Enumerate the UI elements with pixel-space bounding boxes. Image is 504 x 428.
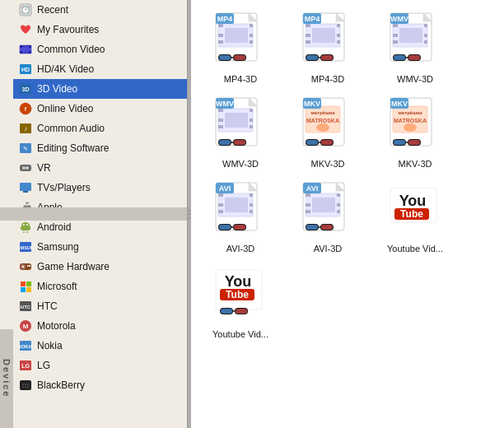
file-item-avi-3d-2[interactable]: AVI AVI-3D — [287, 178, 369, 258]
svg-text:WMV: WMV — [390, 15, 408, 23]
svg-rect-5 — [20, 51, 22, 54]
svg-rect-62 — [218, 34, 223, 37]
svg-rect-64 — [250, 24, 253, 27]
file-label-wmv-3d: WMV-3D — [397, 74, 433, 85]
svg-rect-83 — [337, 40, 340, 44]
file-item-mkv-3d-2[interactable]: матрёшка MATROSKA MKV MKV-3D — [374, 93, 456, 173]
nokia-icon: NOKIA — [18, 338, 33, 353]
svg-text:🕐: 🕐 — [21, 6, 30, 14]
file-item-wmv-3d[interactable]: WMV WMV-3D — [374, 8, 456, 88]
sidebar-item-lg[interactable]: LGLG — [13, 356, 187, 375]
sidebar-item-common-audio[interactable]: ♪Common Audio — [13, 119, 187, 138]
svg-rect-153 — [218, 193, 223, 197]
svg-rect-158 — [250, 210, 253, 213]
svg-rect-118 — [225, 113, 248, 128]
file-item-mkv-3d-1[interactable]: матрёшка MATROSKA MKV MKV-3D — [287, 93, 369, 173]
svg-text:WMV: WMV — [216, 100, 234, 108]
svg-rect-156 — [250, 193, 253, 197]
svg-rect-175 — [337, 210, 340, 213]
file-item-mp4-3d-2[interactable]: MP4 MP4-3D — [287, 8, 369, 88]
svg-text:♪: ♪ — [24, 125, 27, 133]
svg-rect-6 — [29, 45, 31, 48]
svg-point-37 — [27, 265, 29, 267]
svg-rect-108 — [408, 55, 420, 60]
svg-rect-176 — [312, 198, 335, 212]
svg-text:HD: HD — [21, 67, 30, 72]
sidebar-item-motorola[interactable]: MMotorola — [13, 316, 187, 336]
file-label-wmv-3d-2: WMV-3D — [222, 159, 259, 170]
file-icon-mkv-3d-1: матрёшка MATROSKA MKV — [298, 96, 357, 156]
svg-rect-112 — [218, 109, 223, 112]
svg-rect-73 — [219, 55, 231, 60]
svg-text:You: You — [399, 193, 427, 209]
svg-rect-159 — [225, 198, 248, 212]
svg-rect-42 — [26, 287, 31, 292]
sidebar-item-label: Samsung — [37, 241, 79, 253]
sidebar-item-3d-video[interactable]: 3D3D Video — [13, 79, 187, 99]
svg-text:M: M — [23, 323, 29, 330]
svg-text:MATROSKA: MATROSKA — [306, 118, 339, 123]
svg-rect-80 — [306, 40, 310, 44]
svg-rect-63 — [218, 40, 223, 44]
sidebar-item-label: Editing Software — [37, 142, 109, 154]
game-icon — [18, 259, 33, 274]
sidebar-item-common-video[interactable]: Common Video — [13, 40, 187, 59]
file-label-avi-3d-2: AVI-3D — [314, 244, 343, 254]
sidebar-item-online-video[interactable]: fOnline Video — [13, 99, 187, 119]
svg-rect-82 — [337, 34, 340, 37]
file-item-wmv-3d-2[interactable]: WMV WMV-3D — [199, 93, 282, 173]
svg-text:AVI: AVI — [219, 184, 231, 193]
svg-rect-61 — [218, 24, 223, 27]
file-item-avi-3d-1[interactable]: AVI AVI-3D — [199, 178, 282, 258]
sidebar-item-nokia[interactable]: NOKIANokia — [13, 336, 187, 356]
heart-icon — [18, 22, 33, 37]
file-icon-mp4-3d-1: MP4 — [211, 12, 270, 71]
sidebar-item-htc[interactable]: HTCHTC — [13, 296, 187, 316]
sidebar-item-hd-video[interactable]: HDHD/4K Video — [13, 59, 187, 79]
sidebar-item-label: HTC — [37, 300, 58, 312]
file-grid: MP4 MP4-3D — [199, 8, 496, 343]
svg-rect-39 — [21, 281, 26, 286]
film-icon — [18, 42, 33, 57]
file-item-youtube-vid-2[interactable]: You Tube Youtube Vid... — [199, 263, 282, 343]
svg-rect-124 — [219, 140, 231, 145]
file-label-youtube-vid-2: Youtube Vid... — [212, 329, 268, 340]
sidebar-item-label: Game Hardware — [37, 261, 110, 272]
svg-rect-157 — [250, 203, 253, 207]
svg-text:AVI: AVI — [306, 184, 318, 193]
sidebar-item-tvs-players[interactable]: TVs/Players — [13, 178, 187, 198]
svg-rect-35 — [22, 266, 24, 268]
sidebar-item-vr[interactable]: VR — [13, 158, 187, 178]
sidebar-item-microsoft[interactable]: Microsoft — [13, 277, 187, 296]
sidebar-item-blackberry[interactable]: BlackBerry — [13, 375, 187, 395]
svg-rect-81 — [337, 24, 340, 27]
svg-rect-173 — [337, 193, 340, 197]
svg-point-38 — [29, 265, 30, 267]
microsoft-icon — [18, 279, 33, 294]
hd-icon: HD — [18, 62, 33, 77]
svg-rect-7 — [29, 51, 31, 54]
file-item-mp4-3d-1[interactable]: MP4 MP4-3D — [199, 8, 282, 88]
svg-point-21 — [26, 166, 29, 170]
file-icon-avi-3d-1: AVI — [211, 181, 270, 240]
svg-rect-65 — [250, 34, 253, 37]
sidebar-item-my-favourites[interactable]: My Favourites — [13, 20, 187, 40]
svg-text:You: You — [225, 273, 252, 290]
file-item-youtube-vid-1[interactable]: You Tube Youtube Vid... — [374, 178, 456, 258]
svg-rect-28 — [23, 231, 25, 233]
audio-icon: ♪ — [18, 121, 33, 136]
sidebar-item-label: HD/4K Video — [37, 63, 94, 75]
sidebar-item-editing-software[interactable]: ✎Editing Software — [13, 138, 187, 158]
sidebar-item-samsung[interactable]: SAMSUNGSamsung — [13, 237, 187, 257]
svg-rect-116 — [250, 119, 253, 122]
sidebar-item-label: My Favourites — [37, 24, 99, 35]
sidebar-item-recent[interactable]: 🕐Recent — [13, 0, 187, 20]
svg-rect-166 — [234, 225, 245, 230]
sidebar-item-game-hardware[interactable]: Game Hardware — [13, 257, 187, 277]
svg-rect-125 — [234, 140, 245, 145]
svg-rect-8 — [20, 48, 31, 51]
svg-rect-101 — [399, 28, 422, 43]
svg-rect-172 — [306, 210, 310, 213]
svg-rect-99 — [424, 34, 427, 37]
svg-rect-84 — [312, 28, 335, 43]
